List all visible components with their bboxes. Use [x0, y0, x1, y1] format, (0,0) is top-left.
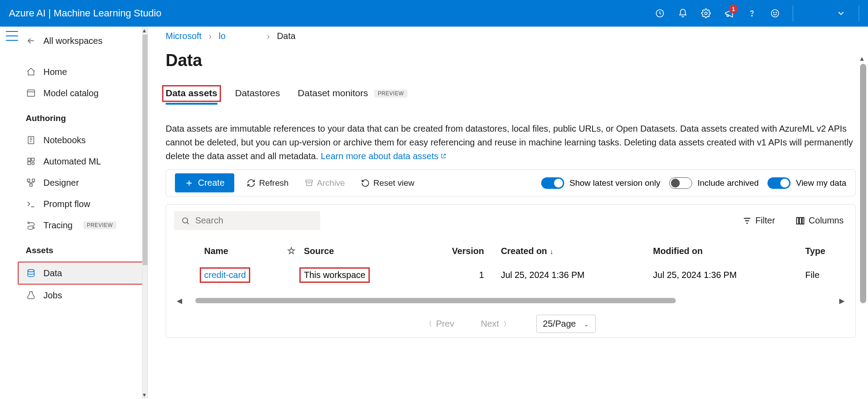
page-size-label: 25/Page — [543, 319, 576, 329]
next-button[interactable]: Next 〉 — [481, 319, 510, 329]
main-scrollbar[interactable]: ▲ — [860, 27, 866, 399]
chevron-left-icon: 〈 — [426, 320, 432, 328]
toggle-switch[interactable] — [669, 177, 692, 189]
jobs-icon — [26, 290, 36, 301]
svg-point-19 — [182, 218, 187, 223]
external-link-icon — [440, 153, 446, 159]
tracing-icon — [26, 220, 36, 231]
nav-label: Automated ML — [43, 156, 101, 167]
toggle-show-latest: Show latest version only — [541, 177, 660, 189]
svg-point-17 — [28, 270, 35, 272]
announcements-badge: 1 — [729, 4, 738, 13]
button-label: Next — [481, 319, 499, 329]
refresh-icon — [247, 179, 256, 188]
nav-jobs[interactable]: Jobs — [24, 285, 147, 306]
nav-label: Notebooks — [43, 135, 86, 145]
topbar-separator-2 — [859, 5, 859, 21]
scroll-left-arrow[interactable]: ◀ — [174, 297, 185, 305]
svg-point-3 — [771, 10, 779, 17]
archive-button: Archive — [301, 176, 349, 191]
sidebar-scrollbar[interactable]: ▲ ▼ — [142, 27, 147, 399]
settings-icon[interactable] — [701, 8, 711, 19]
reset-view-button[interactable]: Reset view — [357, 176, 418, 191]
tab-label: Datastores — [235, 88, 280, 98]
learn-more-link[interactable]: Learn more about data assets — [321, 151, 446, 161]
recent-icon[interactable] — [655, 8, 665, 19]
pager: 〈 Prev Next 〉 25/Page ⌄ — [174, 315, 847, 333]
col-created-on[interactable]: Created on↓ — [497, 239, 650, 263]
col-source[interactable]: Source — [300, 239, 415, 263]
notifications-icon[interactable] — [678, 8, 688, 19]
nav-label: Designer — [43, 178, 79, 188]
nav-automated-ml[interactable]: Automated ML — [24, 151, 147, 172]
nav-home[interactable]: Home — [24, 61, 147, 82]
asset-name-link[interactable]: credit-card — [204, 270, 246, 280]
page-title: Data — [166, 51, 856, 70]
toggle-switch[interactable] — [767, 177, 790, 189]
nav-notebooks[interactable]: Notebooks — [24, 129, 147, 151]
col-favorite[interactable]: ☆ — [283, 239, 300, 263]
main-content: Microsoft › lo ........... › Data Data D… — [148, 27, 868, 399]
columns-button[interactable]: Columns — [792, 213, 847, 228]
data-icon — [26, 268, 36, 278]
preview-badge: PREVIEW — [374, 90, 407, 98]
button-label: Reset view — [373, 178, 415, 188]
col-version[interactable]: Version — [415, 239, 497, 263]
notebook-icon — [26, 135, 36, 145]
col-modified-on[interactable]: Modified on — [650, 239, 802, 263]
sidebar: All workspaces Home Model catalog Author… — [24, 27, 148, 399]
breadcrumb-workspace[interactable]: lo — [219, 31, 226, 41]
announcements-icon[interactable]: 1 — [724, 8, 734, 19]
col-name[interactable]: Name — [201, 239, 283, 263]
horizontal-scrollbar[interactable]: ◀ ▶ — [174, 296, 847, 305]
nav-label: Prompt flow — [43, 199, 90, 209]
filter-button[interactable]: Filter — [739, 213, 779, 228]
breadcrumb-current: Data — [277, 31, 295, 41]
chevron-down-icon[interactable] — [836, 8, 846, 19]
nav-designer[interactable]: Designer — [24, 172, 147, 193]
scroll-up-arrow[interactable]: ▲ — [142, 27, 147, 34]
svg-rect-7 — [28, 137, 34, 144]
svg-rect-18 — [306, 180, 312, 182]
button-label: Prev — [436, 319, 454, 329]
toggle-label: View my data — [796, 178, 846, 188]
data-table: Name ☆ Source Version Created on↓ Modifi… — [174, 239, 847, 287]
all-workspaces-link[interactable]: All workspaces — [24, 30, 147, 51]
chevron-right-icon: › — [209, 31, 212, 41]
tab-datastores[interactable]: Datastores — [235, 88, 280, 104]
svg-point-16 — [33, 227, 35, 229]
refresh-button[interactable]: Refresh — [243, 176, 292, 191]
feedback-icon[interactable] — [770, 8, 780, 19]
breadcrumb-root[interactable]: Microsoft — [166, 31, 202, 41]
scroll-right-arrow[interactable]: ▶ — [837, 297, 847, 305]
table-row[interactable]: credit-card This workspace 1 — [174, 263, 847, 287]
help-icon[interactable] — [747, 8, 757, 19]
tab-dataset-monitors[interactable]: Dataset monitors PREVIEW — [298, 88, 407, 104]
asset-type: File — [802, 263, 847, 287]
preview-badge: PREVIEW — [83, 221, 116, 229]
svg-point-4 — [774, 12, 774, 12]
svg-rect-21 — [799, 217, 802, 224]
plus-icon — [185, 179, 194, 188]
page-size-select[interactable]: 25/Page ⌄ — [536, 315, 596, 333]
arrow-left-icon — [26, 35, 36, 46]
nav-tracing[interactable]: Tracing PREVIEW — [24, 215, 147, 236]
search-input[interactable] — [195, 215, 313, 226]
scroll-up-arrow[interactable]: ▲ — [859, 55, 865, 62]
nav-prompt-flow[interactable]: Prompt flow — [24, 193, 147, 215]
topbar-separator — [793, 5, 793, 21]
chevron-right-icon: › — [267, 31, 270, 41]
toggle-switch[interactable] — [541, 177, 564, 189]
scroll-down-arrow[interactable]: ▼ — [142, 392, 147, 398]
col-type[interactable]: Type — [802, 239, 847, 263]
nav-data[interactable]: Data — [18, 262, 147, 285]
button-label: Filter — [756, 215, 775, 226]
tab-data-assets[interactable]: Data assets — [166, 88, 217, 104]
menu-toggle-icon[interactable] — [6, 31, 18, 41]
prev-button[interactable]: 〈 Prev — [426, 319, 454, 329]
create-button[interactable]: Create — [175, 173, 234, 192]
asset-version: 1 — [415, 263, 497, 287]
tab-label: Dataset monitors — [298, 88, 368, 98]
nav-model-catalog[interactable]: Model catalog — [24, 82, 147, 104]
search-box[interactable] — [174, 211, 320, 230]
